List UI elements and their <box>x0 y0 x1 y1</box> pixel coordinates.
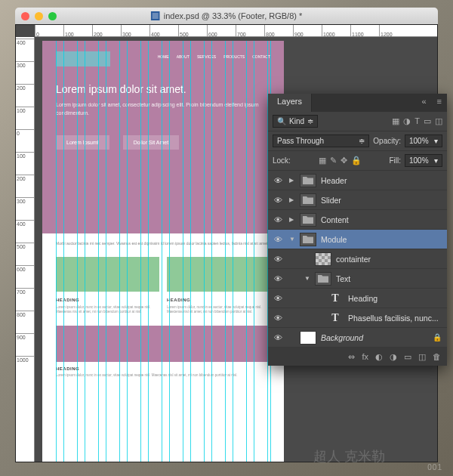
window-titlebar: index.psd @ 33.3% (Footer, RGB/8) * <box>15 8 438 24</box>
hero-heading: Lorem ipsum dolor sit amet. <box>56 83 270 95</box>
layer-name[interactable]: Background <box>321 333 363 342</box>
watermark: 001 <box>427 463 442 471</box>
lock-icons[interactable]: ▦✎✥🔒 <box>319 156 362 165</box>
visibility-icon[interactable]: 👁 <box>271 294 285 303</box>
panel-menu-icon[interactable]: ≡ <box>432 94 447 112</box>
layer-row[interactable]: 👁▼Text <box>268 269 447 289</box>
visibility-icon[interactable]: 👁 <box>271 196 285 205</box>
visibility-icon[interactable]: 👁 <box>271 176 285 185</box>
layer-row[interactable]: 👁Background🔒 <box>268 328 447 348</box>
visibility-icon[interactable]: 👁 <box>271 314 285 323</box>
lock-icon: 🔒 <box>433 333 442 342</box>
minimize-window-button[interactable] <box>35 12 43 20</box>
layer-name[interactable]: Content <box>321 215 349 224</box>
layer-name[interactable]: Phasellus facilisis, nunc... <box>348 314 439 323</box>
link-layers-icon[interactable]: ⇔ <box>348 352 355 362</box>
visibility-icon[interactable]: 👁 <box>271 333 285 342</box>
visibility-icon[interactable]: 👁 <box>271 235 285 244</box>
layer-row[interactable]: 👁THeading <box>268 289 447 308</box>
group-icon[interactable]: ▭ <box>404 352 411 362</box>
layer-row[interactable]: 👁▶Content <box>268 210 447 230</box>
ruler-vertical[interactable]: 4003002001000100200300400500600700800900… <box>16 37 35 462</box>
blend-mode-select[interactable]: Pass Through≑ <box>273 134 369 147</box>
fill-label: Fill: <box>389 156 401 165</box>
document-title: index.psd @ 33.3% (Footer, RGB/8) * <box>151 11 303 20</box>
lock-label: Lock: <box>273 156 291 165</box>
layer-row[interactable]: 👁TPhasellus facilisis, nunc... <box>268 308 447 328</box>
zoom-window-button[interactable] <box>48 12 57 20</box>
svg-rect-1 <box>153 13 159 19</box>
close-window-button[interactable] <box>21 12 29 20</box>
filter-kind-select[interactable]: 🔍Kind≑ <box>273 115 318 128</box>
filter-icons[interactable]: ▦◑T▭◫ <box>392 116 442 126</box>
trash-icon[interactable]: 🗑 <box>433 352 441 361</box>
layer-row[interactable]: 👁▼Module <box>268 230 447 249</box>
hero-paragraph: Lorem ipsum dolor sit amet, consectetur … <box>56 101 270 117</box>
intro-text: Morbi auctor lacinia mi nec semper. Viva… <box>42 233 284 254</box>
opacity-input[interactable]: 100%▾ <box>405 134 442 147</box>
layers-panel-footer[interactable]: ⇔ fx ◐ ◑ ▭ ◫ 🗑 <box>268 348 447 366</box>
visibility-icon[interactable]: 👁 <box>271 274 285 283</box>
layer-name[interactable]: Slider <box>321 196 341 205</box>
layer-name[interactable]: Heading <box>348 294 378 303</box>
layer-list[interactable]: 👁▶Header👁▶Slider👁▶Content👁▼Module👁contai… <box>268 171 447 348</box>
opacity-label: Opacity: <box>373 137 401 145</box>
layer-name[interactable]: Module <box>321 235 347 244</box>
adjustment-icon[interactable]: ◑ <box>390 352 397 362</box>
new-layer-icon[interactable]: ◫ <box>418 352 426 362</box>
layer-row[interactable]: 👁▶Header <box>268 171 447 190</box>
watermark-cn: 超人 克米勒 <box>313 447 385 465</box>
layer-row[interactable]: 👁▶Slider <box>268 190 447 210</box>
layers-tab[interactable]: Layers <box>268 94 312 112</box>
mask-icon[interactable]: ◐ <box>375 352 383 362</box>
panel-collapse-icon[interactable]: « <box>416 94 431 112</box>
ruler-horizontal[interactable]: 0100200300400500600700800900100011001200 <box>35 25 437 37</box>
hero-button-2: Dollor Sit Amet <box>123 135 179 150</box>
fill-input[interactable]: 100%▾ <box>405 154 442 167</box>
fx-icon[interactable]: fx <box>362 352 368 361</box>
layer-name[interactable]: Header <box>321 176 347 185</box>
visibility-icon[interactable]: 👁 <box>271 255 285 264</box>
layer-row[interactable]: 👁containter <box>268 249 447 269</box>
layer-name[interactable]: Text <box>336 274 350 283</box>
layers-panel[interactable]: Layers « ≡ 🔍Kind≑ ▦◑T▭◫ Pass Through≑ Op… <box>268 94 447 366</box>
document-canvas[interactable]: HOMEABOUTSERVICESPRODUCTSCONTACT Lorem i… <box>42 41 284 462</box>
layer-name[interactable]: containter <box>336 255 371 264</box>
visibility-icon[interactable]: 👁 <box>271 215 285 224</box>
